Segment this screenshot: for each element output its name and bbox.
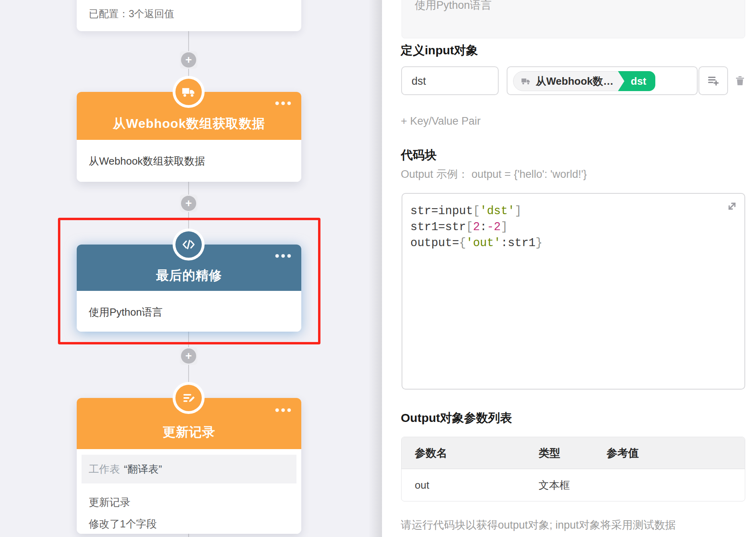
run-code-note: 请运行代码块以获得output对象; input对象将采用测试数据 xyxy=(401,518,676,532)
input-key-field[interactable]: dst xyxy=(401,66,499,95)
table-header-row: 参数名类型参考值 xyxy=(402,437,745,469)
node-webhook-title: 从Webhook数组获取数据 xyxy=(77,115,301,133)
input-object-heading: 定义input对象 xyxy=(401,42,478,59)
worksheet-reference: 工作表 “翻译表” xyxy=(82,455,296,483)
code-icon xyxy=(181,237,197,253)
node-webhook-body[interactable]: 从Webhook数组获取数据 xyxy=(77,140,301,182)
expand-editor-button[interactable] xyxy=(725,199,739,213)
code-editor[interactable]: str=input['dst']str1=str[2:-2]output={'o… xyxy=(402,193,745,390)
node-code-title: 最后的精修 xyxy=(77,267,301,284)
prompt-textarea[interactable]: 使用Python语言 xyxy=(402,0,745,38)
expand-icon xyxy=(725,199,739,213)
update-node-icon-badge xyxy=(173,382,205,414)
node-update-record[interactable]: 更新记录 工作表 “翻译表” 更新记录 修改了1个字段 xyxy=(77,398,301,534)
truck-icon xyxy=(521,76,531,86)
delete-row-button[interactable] xyxy=(733,74,747,88)
variable-chip-tag-label: dst xyxy=(631,75,647,88)
truck-icon xyxy=(181,84,196,99)
output-params-table: 参数名类型参考值 out文本框 xyxy=(401,437,745,501)
table-cell: 文本框 xyxy=(525,478,593,492)
node-code-menu-button[interactable] xyxy=(275,254,291,258)
code-line: output={'out':str1} xyxy=(410,235,543,251)
add-step-button-3[interactable]: + xyxy=(180,347,197,365)
worksheet-label: 工作表 xyxy=(89,462,120,476)
code-editor-content[interactable]: str=input['dst']str1=str[2:-2]output={'o… xyxy=(410,203,543,251)
add-step-button-1[interactable]: + xyxy=(180,51,197,69)
plus-icon[interactable]: + xyxy=(181,52,196,68)
trigger-card[interactable]: 已配置：3个返回值 xyxy=(77,0,301,31)
code-block-heading: 代码块 xyxy=(401,147,437,163)
input-key-value: dst xyxy=(412,75,426,88)
node-webhook-menu-button[interactable] xyxy=(275,101,291,105)
add-step-button-2[interactable]: + xyxy=(180,195,197,212)
output-params-heading: Output对象参数列表 xyxy=(401,410,512,426)
edit-icon xyxy=(181,390,196,406)
webhook-node-icon-badge xyxy=(173,76,205,108)
node-update-title: 更新记录 xyxy=(77,424,301,441)
plus-icon[interactable]: + xyxy=(181,348,196,364)
code-line: str=input['dst'] xyxy=(410,203,543,219)
table-cell: out xyxy=(402,479,525,491)
table-body: out文本框 xyxy=(402,469,745,501)
input-value-field[interactable]: 从Webhook数… dst xyxy=(507,66,698,95)
node-code-body[interactable]: 使用Python语言 xyxy=(77,291,301,332)
table-header-cell: 类型 xyxy=(525,446,593,460)
table-row[interactable]: out文本框 xyxy=(402,469,745,501)
node-code-description: 使用Python语言 xyxy=(89,305,163,319)
worksheet-name: “翻译表” xyxy=(124,462,162,476)
output-example-hint: Output 示例： output = {'hello': 'world!'} xyxy=(401,167,587,181)
node-update-body[interactable]: 工作表 “翻译表” 更新记录 修改了1个字段 xyxy=(77,449,301,534)
variable-chip[interactable]: 从Webhook数… dst xyxy=(513,71,655,91)
node-update-line1: 更新记录 xyxy=(89,495,130,509)
panel-edge-shadow xyxy=(368,0,382,537)
node-webhook-description: 从Webhook数组获取数据 xyxy=(89,154,205,168)
trigger-config-status: 已配置：3个返回值 xyxy=(89,7,174,20)
config-panel: 使用Python语言 定义input对象 dst 从Webhook数… dst xyxy=(382,0,756,537)
insert-row-button[interactable] xyxy=(698,66,728,95)
add-key-value-pair-link[interactable]: + Key/Value Pair xyxy=(401,115,481,127)
prompt-text: 使用Python语言 xyxy=(415,0,491,12)
code-line: str1=str[2:-2] xyxy=(410,219,543,235)
table-header-cell: 参数名 xyxy=(402,446,525,460)
automation-workflow-screen: 已配置：3个返回值 + 从Webhook数组获取数据 从Webhook数组获取数… xyxy=(0,0,756,537)
workflow-canvas[interactable]: 已配置：3个返回值 + 从Webhook数组获取数据 从Webhook数组获取数… xyxy=(0,0,382,537)
node-update-line2: 修改了1个字段 xyxy=(89,517,157,531)
table-header-cell: 参考值 xyxy=(593,446,745,460)
code-node-icon-badge xyxy=(173,229,205,261)
plus-icon[interactable]: + xyxy=(181,196,196,211)
playlist-add-icon xyxy=(706,74,720,88)
trash-icon xyxy=(734,75,746,87)
variable-chip-source-label: 从Webhook数… xyxy=(536,74,614,88)
node-update-menu-button[interactable] xyxy=(275,408,291,412)
variable-chip-source[interactable]: 从Webhook数… xyxy=(513,71,625,91)
